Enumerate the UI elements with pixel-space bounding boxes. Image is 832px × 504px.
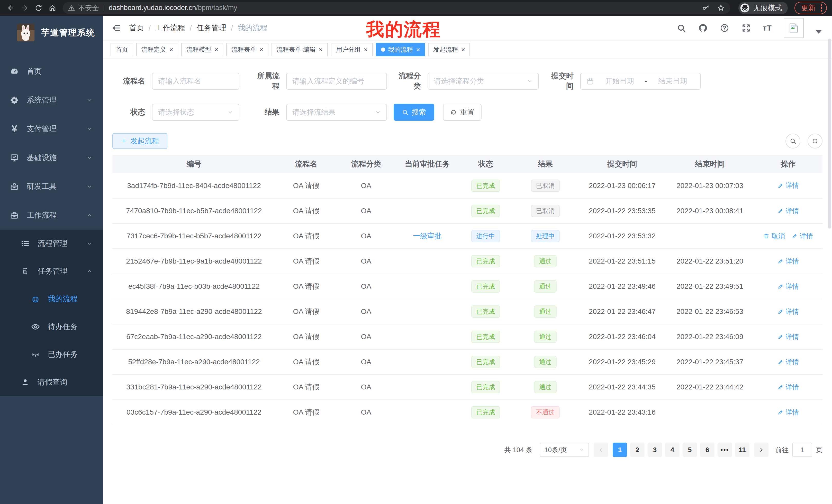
current-task-link[interactable]: 一级审批: [413, 232, 442, 240]
update-button[interactable]: 更新: [795, 2, 827, 14]
edit-icon: [778, 283, 784, 289]
result-select[interactable]: 请选择流结果: [286, 104, 387, 121]
breadcrumb-item-current: 我的流程: [238, 23, 267, 33]
status-select[interactable]: 请选择状态: [152, 104, 239, 121]
edit-icon: [778, 334, 784, 340]
view-tab[interactable]: 首页 ×: [110, 43, 133, 56]
view-tab[interactable]: 流程表单-编辑 ×: [271, 43, 328, 56]
chevron-down-icon: [228, 109, 233, 115]
sidebar-item-leave-query[interactable]: 请假查询: [0, 368, 103, 396]
bookmark-star-icon[interactable]: [717, 4, 725, 12]
sidebar-item-todo[interactable]: 待办任务: [0, 313, 103, 341]
page-size-select[interactable]: 10条/页: [540, 443, 589, 457]
page-button[interactable]: 1: [613, 443, 627, 457]
status-badge: 已完成: [471, 406, 500, 418]
address-bar[interactable]: 不安全 dashboard.yudao.iocoder.cn/bpm/task/…: [63, 2, 730, 14]
search-icon[interactable]: [676, 23, 686, 33]
page-button[interactable]: 4: [665, 443, 679, 457]
page-button[interactable]: 3: [648, 443, 662, 457]
prev-page-button[interactable]: [594, 443, 608, 457]
forward-icon[interactable]: [19, 2, 30, 13]
detail-link[interactable]: 详情: [778, 307, 799, 316]
chevron-down-icon: [527, 78, 532, 84]
close-icon[interactable]: ×: [214, 46, 218, 53]
sidebar-item-dev[interactable]: 研发工具: [0, 172, 103, 201]
page-button[interactable]: 11: [735, 443, 750, 457]
sidebar-item-task-mgmt[interactable]: 任务管理: [0, 257, 103, 285]
date-end-placeholder[interactable]: 结束日期: [651, 76, 695, 86]
sidebar-item-done[interactable]: 已办任务: [0, 341, 103, 368]
scrollbar[interactable]: [828, 38, 831, 229]
end-time: 2022-01-23 00:08:41: [676, 207, 743, 215]
github-icon[interactable]: [698, 23, 708, 33]
category-select[interactable]: 请选择流程分类: [427, 73, 539, 90]
table-refresh-icon[interactable]: [808, 134, 823, 148]
detail-link[interactable]: 详情: [778, 257, 799, 266]
detail-link[interactable]: 详情: [778, 206, 799, 216]
next-page-button[interactable]: [754, 443, 769, 457]
caret-down-icon[interactable]: [815, 30, 822, 34]
user-avatar[interactable]: [784, 18, 804, 38]
page-button[interactable]: 6: [700, 443, 714, 457]
detail-link[interactable]: 详情: [778, 383, 799, 392]
close-icon[interactable]: ×: [364, 46, 368, 53]
filter-category-label: 流程分类: [392, 71, 421, 91]
detail-link[interactable]: 详情: [778, 358, 799, 367]
sidebar-item-system[interactable]: 系统管理: [0, 86, 103, 115]
create-process-button[interactable]: 发起流程: [112, 133, 167, 149]
back-icon[interactable]: [5, 2, 17, 13]
view-tab[interactable]: 流程定义 ×: [136, 43, 178, 56]
detail-link[interactable]: 详情: [778, 332, 799, 341]
view-tab[interactable]: 我的流程 ×: [376, 43, 425, 56]
sidebar-item-process-mgmt[interactable]: 流程管理: [0, 230, 103, 257]
table-search-icon[interactable]: [785, 134, 800, 148]
name-input[interactable]: [152, 73, 239, 90]
reload-icon[interactable]: [33, 2, 44, 13]
page-button[interactable]: •••: [718, 443, 732, 457]
detail-link[interactable]: 详情: [778, 408, 799, 417]
breadcrumb-item[interactable]: 首页: [129, 23, 144, 33]
goto-suffix: 页: [816, 445, 823, 454]
refresh-icon: [450, 109, 457, 116]
browser-menu-icon[interactable]: [821, 4, 822, 11]
detail-link[interactable]: 详情: [778, 282, 799, 291]
fullscreen-icon[interactable]: [741, 23, 751, 33]
cancel-link[interactable]: 取消: [763, 232, 785, 241]
sidebar-item-home[interactable]: 首页: [0, 57, 103, 86]
goto-page-input[interactable]: [792, 443, 812, 457]
sidebar-item-workflow[interactable]: 工作流程: [0, 201, 103, 230]
breadcrumb-item[interactable]: 工作流程: [155, 23, 185, 33]
page-button[interactable]: 2: [630, 443, 645, 457]
key-icon[interactable]: [702, 4, 710, 12]
close-icon[interactable]: ×: [319, 46, 323, 53]
close-icon[interactable]: ×: [461, 46, 465, 53]
date-start-placeholder[interactable]: 开始日期: [598, 76, 641, 86]
search-button[interactable]: 搜索: [394, 104, 434, 121]
view-tab[interactable]: 流程表单 ×: [226, 43, 268, 56]
font-size-icon[interactable]: тT: [763, 24, 772, 32]
date-range-input[interactable]: 开始日期 - 结束日期: [580, 73, 701, 90]
home-icon[interactable]: [47, 2, 58, 13]
edit-icon: [778, 359, 784, 365]
reset-button[interactable]: 重置: [443, 104, 482, 121]
process-table-body: 3ad174fb-7b9d-11ec-8404-acde48001122 OA …: [112, 173, 823, 425]
incognito-label: 无痕模式: [753, 3, 782, 13]
close-icon[interactable]: ×: [259, 46, 263, 53]
sidebar: 芋道管理系统 首页 系统管理 ¥ 支付管理 基础设施: [0, 16, 103, 504]
process-input[interactable]: [286, 73, 387, 90]
view-tab[interactable]: 用户分组 ×: [331, 43, 373, 56]
sidebar-item-pay[interactable]: ¥ 支付管理: [0, 115, 103, 143]
view-tab[interactable]: 发起流程 ×: [428, 43, 470, 56]
breadcrumb-item[interactable]: 任务管理: [197, 23, 226, 33]
detail-link[interactable]: 详情: [791, 232, 813, 241]
sidebar-fold-icon[interactable]: [110, 22, 122, 34]
close-icon[interactable]: ×: [169, 46, 173, 53]
help-icon[interactable]: [720, 23, 729, 33]
sidebar-item-my-process[interactable]: 我的流程: [0, 285, 103, 313]
detail-link[interactable]: 详情: [778, 181, 799, 190]
close-icon[interactable]: ×: [416, 46, 420, 53]
table-header-row: 编号流程名流程分类当前审批任务状态结果提交时间结束时间操作: [112, 155, 823, 173]
page-button[interactable]: 5: [683, 443, 697, 457]
view-tab[interactable]: 流程模型 ×: [181, 43, 223, 56]
sidebar-item-infra[interactable]: 基础设施: [0, 143, 103, 172]
